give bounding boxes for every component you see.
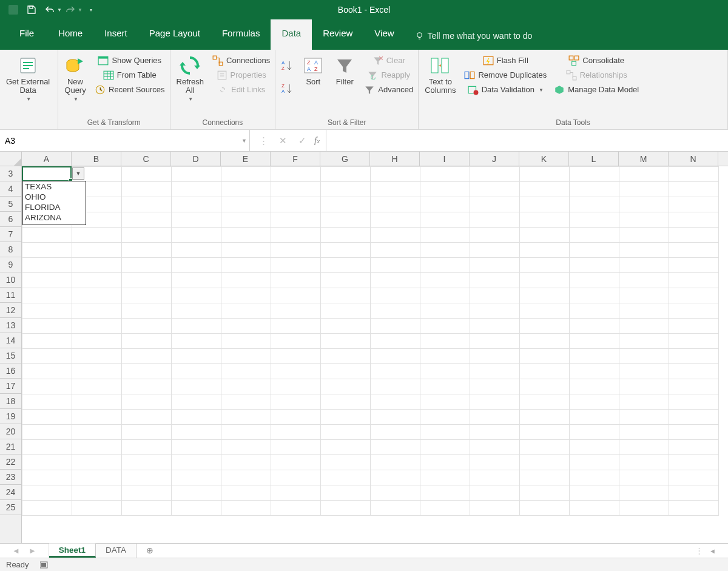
cell[interactable] — [172, 243, 221, 258]
cell[interactable] — [72, 455, 122, 470]
cell[interactable] — [221, 440, 271, 455]
cell[interactable] — [22, 288, 72, 303]
cell[interactable] — [221, 349, 271, 364]
cell[interactable] — [271, 410, 321, 425]
cell[interactable] — [669, 197, 719, 212]
cell[interactable] — [420, 425, 470, 440]
tell-me-search[interactable]: Tell me what you want to do — [405, 19, 542, 50]
cell[interactable] — [371, 182, 420, 197]
cell[interactable] — [470, 455, 520, 470]
manage-data-model-button[interactable]: Manage Data Model — [551, 83, 641, 97]
cell[interactable] — [72, 501, 122, 516]
cell[interactable] — [72, 485, 122, 501]
cell[interactable] — [221, 303, 271, 319]
cell[interactable] — [570, 425, 619, 440]
cell[interactable] — [669, 243, 719, 258]
tab-data[interactable]: Data — [271, 19, 312, 50]
cell[interactable] — [420, 288, 470, 303]
cell[interactable] — [172, 334, 221, 349]
cell[interactable] — [669, 288, 719, 303]
cell[interactable] — [520, 394, 570, 410]
cell[interactable] — [570, 197, 619, 212]
cell[interactable] — [271, 288, 321, 303]
cell[interactable] — [72, 303, 122, 319]
cell[interactable] — [570, 243, 619, 258]
qat-customize-icon[interactable]: ▾ — [90, 7, 92, 13]
namebox-dropdown-icon[interactable]: ▼ — [241, 138, 247, 144]
cell[interactable] — [420, 243, 470, 258]
column-header[interactable]: A — [22, 152, 72, 166]
row-header[interactable]: 5 — [0, 197, 21, 212]
cell[interactable] — [619, 334, 669, 349]
cell[interactable] — [520, 167, 570, 182]
cell[interactable] — [172, 379, 221, 394]
cell[interactable] — [321, 303, 371, 319]
cell[interactable] — [520, 425, 570, 440]
cell[interactable] — [371, 319, 420, 334]
add-sheet-button[interactable]: ⊕ — [136, 544, 163, 558]
sheet-tab-sheet1[interactable]: Sheet1 — [49, 543, 96, 558]
data-validation-button[interactable]: Data Validation ▼ — [462, 83, 549, 97]
cell[interactable] — [470, 182, 520, 197]
cell[interactable] — [321, 228, 371, 243]
cell[interactable] — [371, 303, 420, 319]
cell[interactable] — [420, 319, 470, 334]
cell[interactable] — [22, 425, 72, 440]
cell[interactable] — [619, 364, 669, 379]
cell[interactable] — [470, 288, 520, 303]
cell[interactable] — [321, 379, 371, 394]
cell[interactable] — [122, 394, 172, 410]
cell[interactable] — [470, 501, 520, 516]
cell[interactable] — [321, 258, 371, 273]
cell[interactable] — [619, 197, 669, 212]
cell[interactable] — [72, 410, 122, 425]
cell[interactable] — [122, 334, 172, 349]
cell[interactable] — [470, 485, 520, 501]
sort-button[interactable]: ZAAZ Sort — [298, 53, 328, 87]
cell[interactable] — [22, 167, 72, 182]
cell[interactable] — [122, 258, 172, 273]
cell[interactable] — [669, 303, 719, 319]
cell[interactable] — [570, 228, 619, 243]
cell[interactable] — [122, 470, 172, 485]
cell[interactable] — [619, 501, 669, 516]
cell[interactable] — [122, 182, 172, 197]
cell[interactable] — [520, 258, 570, 273]
cell[interactable] — [72, 425, 122, 440]
cell[interactable] — [570, 334, 619, 349]
cell[interactable] — [271, 182, 321, 197]
cell[interactable] — [72, 379, 122, 394]
cell[interactable] — [371, 334, 420, 349]
row-header[interactable]: 11 — [0, 288, 21, 303]
cell[interactable] — [669, 258, 719, 273]
cell[interactable] — [72, 258, 122, 273]
row-header[interactable]: 24 — [0, 485, 21, 500]
cell[interactable] — [570, 167, 619, 182]
cell[interactable] — [321, 273, 371, 288]
cell[interactable] — [221, 470, 271, 485]
cell[interactable] — [470, 319, 520, 334]
cell[interactable] — [221, 182, 271, 197]
sort-az-button[interactable]: AZ — [278, 56, 296, 75]
cell[interactable] — [520, 243, 570, 258]
sheet-tab-data[interactable]: DATA — [96, 544, 136, 558]
cell[interactable] — [470, 212, 520, 228]
cell[interactable] — [172, 485, 221, 501]
cell[interactable] — [669, 364, 719, 379]
cell[interactable] — [321, 425, 371, 440]
cell[interactable] — [22, 440, 72, 455]
cell[interactable] — [570, 470, 619, 485]
cell[interactable] — [420, 182, 470, 197]
cell[interactable] — [22, 228, 72, 243]
cell[interactable] — [619, 243, 669, 258]
cell[interactable] — [371, 349, 420, 364]
cell[interactable] — [520, 349, 570, 364]
cell[interactable] — [570, 394, 619, 410]
cell[interactable] — [420, 379, 470, 394]
cell[interactable] — [22, 319, 72, 334]
cell[interactable] — [570, 410, 619, 425]
cell[interactable] — [371, 501, 420, 516]
cell[interactable] — [520, 364, 570, 379]
cell[interactable] — [172, 425, 221, 440]
cell[interactable] — [371, 485, 420, 501]
